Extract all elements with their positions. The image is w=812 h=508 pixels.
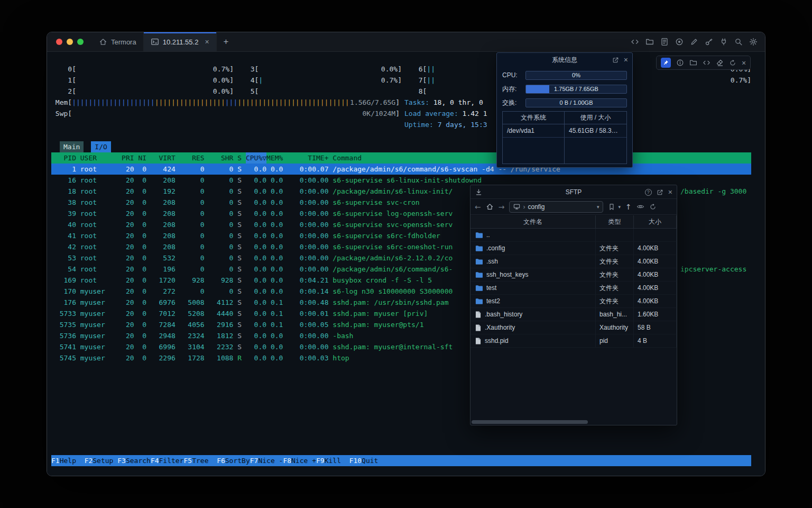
fnkey-f4[interactable]: F4Filter xyxy=(151,455,184,466)
fnkey-f6[interactable]: F6SortBy xyxy=(217,455,250,466)
file-type xyxy=(596,229,634,241)
file-row[interactable]: test2文件夹4.00KB xyxy=(470,295,677,308)
column-s[interactable]: S xyxy=(237,152,242,164)
record-icon[interactable] xyxy=(675,38,684,46)
column-time[interactable]: TIME+ xyxy=(291,152,328,164)
clear-icon[interactable] xyxy=(716,59,724,67)
zoom-window-button[interactable] xyxy=(77,39,84,45)
fnkey-f3[interactable]: F3Search xyxy=(117,455,151,466)
refresh-icon[interactable] xyxy=(649,203,657,211)
code-icon[interactable] xyxy=(703,59,710,67)
cpu-meter-3: 3[0.0%] xyxy=(242,64,402,75)
file-size: 1.60KB xyxy=(634,308,677,321)
fnkey-f5[interactable]: F5Tree xyxy=(184,455,217,466)
file-row[interactable]: ssh_host_keys文件夹4.00KB xyxy=(470,268,677,282)
fs-header-name: 文件系统 xyxy=(503,112,565,124)
folder-icon[interactable] xyxy=(689,59,697,67)
htop-tab-io[interactable]: I/O xyxy=(91,141,110,152)
edit-icon[interactable] xyxy=(690,38,698,46)
close-icon[interactable]: × xyxy=(668,188,672,196)
fnkey-f9[interactable]: F9Kill xyxy=(316,455,349,466)
fs-usage: 45.61GB / 58.3… xyxy=(565,124,626,138)
system-info-title: 系统信息 xyxy=(552,56,577,65)
column-pri[interactable]: PRI xyxy=(122,152,134,164)
help-icon[interactable]: ? xyxy=(645,189,652,196)
column-mem[interactable]: MEM% xyxy=(266,152,283,164)
info-icon[interactable] xyxy=(676,59,684,67)
terminal-icon xyxy=(151,38,159,46)
pin-icon[interactable] xyxy=(661,58,671,68)
column-type[interactable]: 类型 xyxy=(596,215,634,228)
open-in-window-icon[interactable] xyxy=(612,57,619,64)
log-icon[interactable] xyxy=(660,38,669,46)
tab-termora-label: Termora xyxy=(111,38,136,46)
bookmark-icon[interactable] xyxy=(608,203,615,211)
folder-icon xyxy=(475,232,483,238)
file-size: 4.00KB xyxy=(634,255,677,268)
column-virt[interactable]: VIRT xyxy=(151,152,176,164)
file-row[interactable]: .bash_historybash_hi...1.60KB xyxy=(470,308,677,321)
bookmark-chevron-icon[interactable]: ▾ xyxy=(618,204,621,210)
column-size[interactable]: 大小 xyxy=(634,215,677,228)
fs-header-usage: 使用 / 大小 xyxy=(565,112,626,124)
column-cmd[interactable]: Command xyxy=(333,152,362,164)
new-tab-button[interactable]: + xyxy=(217,32,236,51)
process-row[interactable]: 1 root 20 0 424 0 0 S 0.0 0.0 0:00.07 /p… xyxy=(51,164,751,175)
htop-summary: Tasks: 18, 0 thr, 0Load average: 1.42 1U… xyxy=(404,97,487,130)
path-breadcrumb[interactable]: › config ▾ xyxy=(509,201,603,213)
search-icon[interactable] xyxy=(734,38,743,46)
file-type: 文件夹 xyxy=(596,295,634,307)
home-icon[interactable] xyxy=(486,203,494,211)
close-icon[interactable]: × xyxy=(624,56,628,64)
file-row[interactable]: .ssh文件夹4.00KB xyxy=(470,255,677,268)
key-icon[interactable] xyxy=(705,38,713,46)
column-res[interactable]: RES xyxy=(180,152,205,164)
fnkey-f7[interactable]: F7Nice - xyxy=(250,455,283,466)
column-ni[interactable]: NI xyxy=(138,152,146,164)
column-user[interactable]: USER xyxy=(80,152,122,164)
chevron-down-icon: ▾ xyxy=(597,204,599,210)
column-cpu[interactable]: CPU%▽ xyxy=(246,152,266,164)
tab-session[interactable]: 10.211.55.2 × xyxy=(144,32,217,51)
file-row[interactable]: test文件夹4.00KB xyxy=(470,282,677,295)
open-in-window-icon[interactable] xyxy=(657,189,663,196)
fnkey-f10[interactable]: F10Quit xyxy=(349,455,386,466)
download-icon[interactable] xyxy=(475,188,483,196)
column-pid[interactable]: PID xyxy=(51,152,76,164)
up-directory-icon[interactable]: ↑ xyxy=(625,203,632,211)
file-row[interactable]: sshd.pidpid4 B xyxy=(470,334,677,348)
file-size: 4.00KB xyxy=(634,295,677,307)
plugin-icon[interactable] xyxy=(719,38,728,46)
file-icon xyxy=(475,338,481,344)
horizontal-scrollbar-thumb[interactable] xyxy=(472,420,588,424)
system-info-panel: 系统信息 × CPU:0%内存:1.75GB / 7.65GB交换:0 B / … xyxy=(496,52,633,168)
tab-close-icon[interactable]: × xyxy=(205,38,209,46)
close-window-button[interactable] xyxy=(56,39,62,45)
htop-function-bar: F1Help F2Setup F3SearchF4FilterF5Tree F6… xyxy=(51,455,751,466)
refresh-icon[interactable] xyxy=(729,59,736,67)
close-icon[interactable]: × xyxy=(742,59,746,67)
htop-tab-main[interactable]: Main xyxy=(60,141,84,152)
column-filename[interactable]: 文件名 xyxy=(470,215,596,228)
forward-icon[interactable]: → xyxy=(499,203,505,211)
settings-icon[interactable] xyxy=(749,38,758,46)
fnkey-f2[interactable]: F2Setup xyxy=(85,455,118,466)
command-fragment: ipcserver-access xyxy=(680,264,746,275)
file-row[interactable]: .. xyxy=(470,229,677,242)
code-icon[interactable] xyxy=(631,38,639,46)
show-hidden-eye-icon[interactable] xyxy=(636,203,644,211)
process-row[interactable]: 16 root 20 0 208 0 0 S 0.0 0.0 0:00.00 s… xyxy=(51,175,751,186)
column-shr[interactable]: SHR xyxy=(208,152,233,164)
tab-termora[interactable]: Termora xyxy=(92,32,144,51)
cpu-meter-5: 5[ xyxy=(242,86,402,97)
file-row[interactable]: .XauthorityXauthority58 B xyxy=(470,321,677,334)
minimize-window-button[interactable] xyxy=(67,39,73,45)
sftp-titlebar: SFTP ? × xyxy=(470,185,677,199)
back-icon[interactable]: ← xyxy=(475,203,481,211)
file-icon xyxy=(475,311,481,318)
folder-icon xyxy=(475,245,483,251)
file-row[interactable]: .config文件夹4.00KB xyxy=(470,242,677,255)
fnkey-f1[interactable]: F1Help xyxy=(51,455,85,466)
folder-icon[interactable] xyxy=(645,38,654,46)
fnkey-f8[interactable]: F8Nice + xyxy=(283,455,316,466)
